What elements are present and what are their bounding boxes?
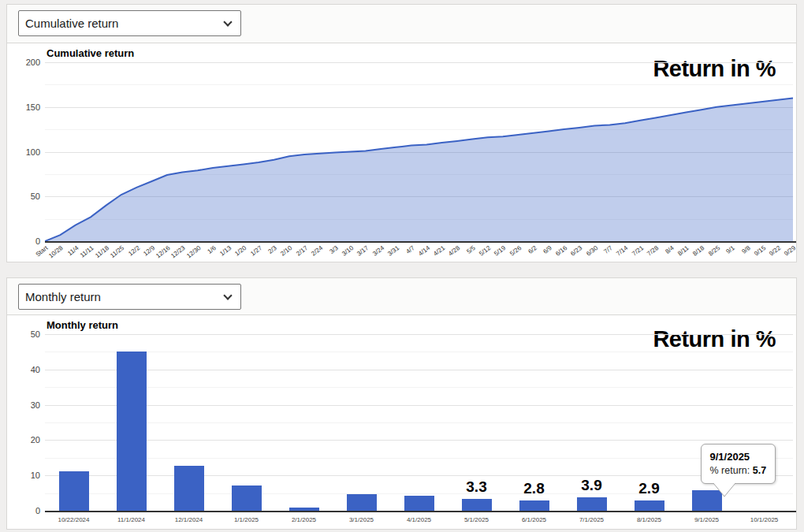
- monthly-return-bar[interactable]: [117, 352, 147, 511]
- bar-value-label: 2.8: [507, 480, 562, 497]
- x-axis-tick-label: 1/1/2025: [219, 516, 274, 523]
- x-axis-tick-label: 3/17: [355, 244, 370, 258]
- y-axis-tick-label: 200: [7, 58, 40, 67]
- x-axis-tick-label: 9/1/2025: [679, 516, 735, 523]
- gridline-minor: [45, 387, 793, 388]
- x-axis-tick-label: 11/4: [66, 244, 80, 257]
- x-axis-line: [45, 241, 796, 243]
- y-axis-tick-label: 100: [7, 147, 40, 157]
- x-axis-tick-label: 12/23: [170, 244, 187, 259]
- gridline: [45, 370, 793, 370]
- y-axis-tick-label: 20: [7, 435, 40, 445]
- monthly-return-bar[interactable]: [404, 496, 434, 511]
- cumulative-return-chart[interactable]: Cumulative return Return in % 0501001502…: [7, 43, 796, 262]
- x-axis-tick-label: 7/21: [631, 244, 645, 258]
- tooltip-value: 5.7: [753, 465, 766, 476]
- x-axis-tick-label: 7/1/2025: [564, 516, 620, 523]
- x-axis-tick-label: 8/4: [664, 244, 675, 255]
- x-axis-tick-label: 2/10: [280, 244, 294, 258]
- gridline: [45, 440, 793, 441]
- x-axis-tick-label: 4/7: [404, 244, 415, 255]
- gridline-minor: [45, 422, 793, 423]
- monthly-return-bar[interactable]: [174, 466, 204, 511]
- x-axis-tick-label: 9/22: [768, 244, 782, 258]
- x-axis-tick-label: 6/2: [527, 244, 538, 255]
- bar-tooltip: 9/1/2025 % return: 5.7: [701, 444, 776, 484]
- monthly-return-bar[interactable]: [232, 485, 262, 511]
- monthly-return-bar[interactable]: [347, 494, 377, 511]
- x-axis-tick-label: 5/19: [493, 244, 508, 258]
- x-axis-tick-label: 6/1/2025: [507, 516, 562, 523]
- x-axis-tick-label: 3/10: [341, 244, 355, 258]
- x-axis-tick-label: 6/30: [585, 244, 599, 258]
- x-axis-tick-label: 3/1/2025: [334, 516, 389, 523]
- x-axis-tick-label: 12/2: [127, 244, 141, 258]
- x-axis-tick-label: 5/26: [508, 244, 523, 258]
- cumulative-return-area-series[interactable]: [45, 62, 793, 241]
- x-axis-tick-label: 8/1/2025: [622, 516, 677, 523]
- y-axis-tick-label: 40: [7, 365, 40, 374]
- x-axis-tick-label: 9/29: [784, 244, 796, 258]
- x-axis-tick-label: 10/22/2024: [47, 516, 102, 523]
- x-axis-tick-label: 3/24: [371, 244, 385, 258]
- x-axis-tick-label: 11/18: [94, 244, 110, 259]
- monthly-return-header: Monthly return: [7, 278, 796, 314]
- cumulative-chart-type-select[interactable]: Cumulative return: [18, 10, 241, 36]
- monthly-return-bar[interactable]: [462, 499, 492, 511]
- chart-title: Cumulative return: [47, 47, 134, 59]
- x-axis-tick-label: 8/18: [692, 244, 706, 258]
- gridline-minor: [45, 458, 793, 459]
- x-axis-tick-label: 10/1/2025: [737, 516, 792, 523]
- chart-type-select-wrap: Cumulative return: [18, 10, 241, 36]
- x-axis-tick-label: 6/23: [570, 244, 584, 258]
- x-axis-tick-label: 1/13: [218, 244, 233, 258]
- x-axis-tick-label: 5/12: [478, 244, 492, 258]
- x-axis-tick-label: 9/15: [753, 244, 767, 258]
- x-axis-tick-label: 2/3: [267, 244, 278, 255]
- bar-value-label: 2.9: [622, 480, 677, 497]
- x-axis-tick-label: 10/28: [48, 244, 65, 259]
- x-axis-tick-label: 1/20: [234, 244, 248, 258]
- x-axis-tick-label: 4/28: [448, 244, 462, 258]
- x-axis-tick-label: 7/7: [603, 244, 614, 255]
- bar-value-label: 3.3: [449, 478, 504, 496]
- monthly-return-panel: Monthly return Monthly return Return in …: [6, 277, 797, 530]
- gridline: [45, 405, 793, 406]
- y-axis-tick-label: 150: [7, 102, 40, 112]
- x-axis-tick-label: 5/1/2025: [449, 516, 504, 523]
- x-axis-tick-label: 11/1/2024: [104, 516, 159, 523]
- gridline-minor: [45, 352, 793, 352]
- x-axis-tick-label: 2/1/2025: [277, 516, 332, 523]
- x-axis-tick-label: 6/9: [542, 244, 553, 255]
- cumulative-return-header: Cumulative return: [7, 5, 796, 43]
- chart-title: Monthly return: [47, 319, 118, 331]
- y-axis-tick-label: 0: [7, 506, 40, 515]
- x-axis-tick-label: 4/14: [417, 244, 431, 258]
- monthly-return-bar[interactable]: [577, 497, 607, 511]
- y-axis-tick-label: 0: [7, 236, 40, 246]
- y-axis-tick-label: 10: [7, 471, 40, 480]
- x-axis-line: [45, 511, 796, 512]
- monthly-return-chart[interactable]: Monthly return Return in % 9/1/2025 % re…: [7, 314, 796, 529]
- tooltip-date: 9/1/2025: [710, 451, 767, 463]
- tooltip-value-line: % return: 5.7: [710, 465, 767, 476]
- gridline: [45, 475, 793, 476]
- return-in-percent-label: Return in %: [653, 326, 776, 352]
- cumulative-return-panel: Cumulative return Cumulative return Retu…: [6, 4, 797, 262]
- y-axis-tick-label: 50: [7, 192, 40, 201]
- x-axis-tick-label: 1/6: [206, 244, 217, 255]
- x-axis-tick-label: 3/3: [328, 244, 339, 255]
- x-axis-tick-label: 11/25: [110, 244, 126, 259]
- gridline-minor: [45, 493, 793, 494]
- monthly-return-bar[interactable]: [519, 500, 549, 511]
- x-axis-tick-label: 9/1: [725, 244, 736, 255]
- x-axis-tick-label: 12/9: [142, 244, 156, 258]
- x-axis-tick-label: 12/16: [154, 244, 171, 259]
- monthly-return-bar[interactable]: [635, 500, 664, 511]
- x-axis-tick-label: 1/27: [249, 244, 263, 258]
- monthly-return-bar[interactable]: [59, 471, 89, 511]
- monthly-chart-type-select[interactable]: Monthly return: [18, 284, 241, 310]
- monthly-return-bar[interactable]: [289, 508, 319, 511]
- x-axis-tick-label: 8/25: [707, 244, 721, 258]
- gridline: [45, 334, 793, 335]
